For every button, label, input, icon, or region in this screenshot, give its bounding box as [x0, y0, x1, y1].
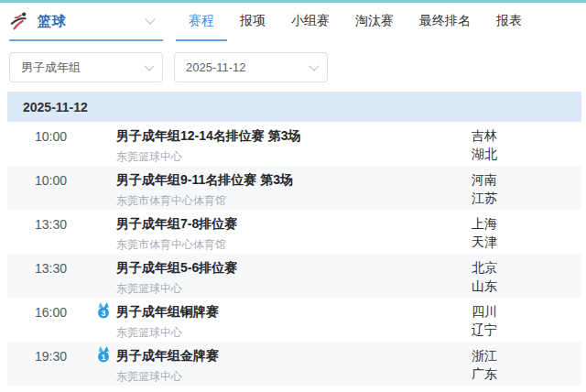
team-home: 上海: [472, 214, 581, 233]
match-title: 男子成年组5-6排位赛: [116, 260, 472, 277]
schedule-row[interactable]: 10:00 男子成年组9-11名排位赛 第3场 东莞市体育中心体育馆 河南 江苏: [7, 166, 581, 210]
team-home: 浙江: [472, 346, 581, 365]
svg-text:3: 3: [102, 309, 106, 318]
schedule-row[interactable]: 13:30 男子成年组7-8排位赛 东莞市体育中心体育馆 上海 天津: [7, 210, 581, 254]
top-navigation: 篮球 赛程报项小组赛淘汰赛最终排名报表: [0, 3, 586, 41]
match-time: 16:00: [7, 298, 96, 342]
team-home: 北京: [472, 258, 581, 277]
chevron-down-icon: [144, 60, 154, 71]
schedule-row[interactable]: 13:30 男子成年组5-6排位赛 东莞篮球中心 北京 山东: [7, 254, 581, 298]
group-select-value: 男子成年组: [21, 60, 81, 76]
basketball-pictogram-icon: [9, 10, 31, 32]
medal-1-icon: 1: [96, 346, 111, 364]
team-home: 吉林: [472, 126, 581, 145]
schedule-row[interactable]: 16:00 3 男子成年组铜牌赛 东莞篮球中心 四川 辽宁: [7, 298, 581, 342]
match-venue: 东莞篮球中心: [116, 325, 472, 341]
match-title: 男子成年组12-14名排位赛 第3场: [116, 128, 472, 145]
team-away: 辽宁: [472, 321, 581, 339]
svg-text:1: 1: [102, 353, 106, 362]
tab-group-stage[interactable]: 小组赛: [278, 3, 342, 41]
group-select[interactable]: 男子成年组: [9, 52, 163, 82]
match-title: 男子成年组7-8排位赛: [116, 216, 472, 233]
sport-select[interactable]: 篮球: [9, 3, 163, 41]
date-group-header: 2025-11-12: [7, 92, 581, 122]
tab-schedule[interactable]: 赛程: [176, 3, 227, 41]
chevron-down-icon: [309, 60, 319, 71]
schedule-list: 10:00 男子成年组12-14名排位赛 第3场 东莞篮球中心 吉林 湖北 10…: [7, 122, 581, 386]
tabs: 赛程报项小组赛淘汰赛最终排名报表: [176, 3, 535, 41]
match-title: 男子成年组铜牌赛: [116, 304, 472, 321]
date-group-label: 2025-11-12: [23, 100, 88, 114]
tab-reports[interactable]: 报表: [483, 3, 535, 41]
team-home: 四川: [472, 302, 581, 321]
team-away: 山东: [472, 277, 581, 295]
team-home: 河南: [472, 170, 581, 189]
tab-entries[interactable]: 报项: [227, 3, 278, 41]
tab-knockout[interactable]: 淘汰赛: [342, 3, 407, 41]
schedule-page: 篮球 赛程报项小组赛淘汰赛最终排名报表 男子成年组 2025-11-12 202…: [0, 0, 586, 392]
match-title: 男子成年组9-11名排位赛 第3场: [116, 172, 472, 189]
match-time: 10:00: [7, 166, 96, 210]
medal-3-icon: 3: [96, 302, 111, 320]
match-title: 男子成年组金牌赛: [116, 348, 472, 365]
match-venue: 东莞篮球中心: [116, 369, 472, 385]
team-away: 广东: [472, 365, 581, 383]
date-select-value: 2025-11-12: [186, 60, 246, 74]
sport-select-label: 篮球: [38, 13, 67, 30]
match-venue: 东莞篮球中心: [116, 281, 472, 297]
team-away: 江苏: [472, 189, 581, 207]
match-time: 19:30: [7, 342, 96, 386]
team-away: 天津: [472, 233, 581, 251]
match-time: 13:30: [7, 254, 96, 298]
schedule-row[interactable]: 19:30 1 男子成年组金牌赛 东莞篮球中心 浙江 广东: [7, 342, 581, 386]
team-away: 湖北: [472, 145, 581, 163]
date-select[interactable]: 2025-11-12: [174, 52, 328, 82]
match-time: 13:30: [7, 210, 96, 254]
match-venue: 东莞市体育中心体育馆: [116, 237, 472, 253]
chevron-down-icon: [145, 14, 155, 24]
schedule-row[interactable]: 10:00 男子成年组12-14名排位赛 第3场 东莞篮球中心 吉林 湖北: [7, 122, 581, 166]
filter-bar: 男子成年组 2025-11-12: [9, 52, 328, 82]
match-time: 10:00: [7, 122, 96, 166]
match-venue: 东莞篮球中心: [116, 149, 472, 165]
tab-final-ranking[interactable]: 最终排名: [407, 3, 483, 41]
match-venue: 东莞市体育中心体育馆: [116, 193, 472, 209]
